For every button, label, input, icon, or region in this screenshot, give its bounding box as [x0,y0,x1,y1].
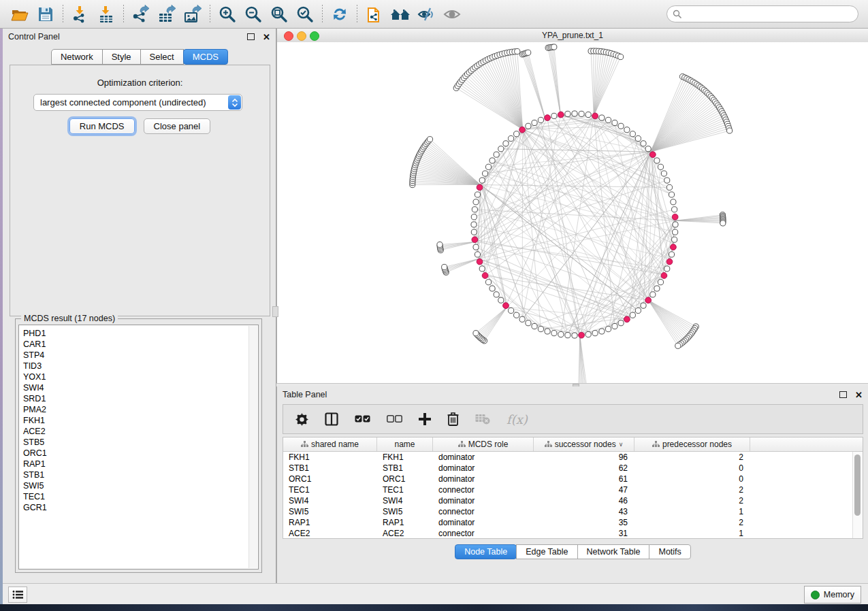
toolbar-separator [63,5,63,24]
table-row[interactable]: SWI5SWI5connector431 [283,506,863,517]
mcds-result-item[interactable]: FKH1 [19,415,258,426]
table-row[interactable]: RAP1RAP1dominator352 [283,517,863,528]
task-history-button[interactable] [8,587,27,603]
tab-node-table[interactable]: Node Table [455,544,517,559]
optimization-criterion-select[interactable]: largest connected component (undirected) [33,94,242,111]
table-panel-title: Table Panel [283,390,327,399]
table-row[interactable]: FKH1FKH1dominator962 [283,452,863,463]
close-panel-button[interactable]: Close panel [144,118,211,134]
table-scrollbar[interactable] [852,452,863,538]
table-row[interactable]: STB1STB1dominator620 [283,463,863,474]
hide-panel-icon[interactable] [413,3,439,26]
tab-motifs[interactable]: Motifs [649,544,690,559]
column-header-label: predecessor nodes [662,440,732,449]
tab-edge-table[interactable]: Edge Table [516,544,577,559]
column-namespace-icon [652,441,660,448]
deselect-all-icon[interactable] [387,415,402,423]
export-network-icon[interactable] [128,3,154,26]
float-table-panel-icon[interactable] [839,391,847,398]
select-all-icon[interactable] [355,415,370,423]
network-node [475,192,480,197]
tab-network[interactable]: Network [51,49,103,65]
window-zoom-icon[interactable] [310,31,319,41]
close-panel-icon[interactable]: ✕ [263,33,270,42]
run-mcds-button[interactable]: Run MCDS [69,118,135,134]
mcds-list-scrollbar[interactable] [248,326,257,568]
mcds-node [672,214,678,220]
control-panel-title: Control Panel [8,32,60,42]
network-node [669,192,674,197]
network-document-icon[interactable] [361,3,387,26]
memory-button[interactable]: Memory [804,586,861,604]
import-network-icon[interactable] [67,3,93,26]
window-close-icon[interactable] [284,31,293,41]
export-table-icon[interactable] [154,3,180,26]
network-canvas[interactable] [277,42,868,383]
tab-select[interactable]: Select [140,49,184,65]
show-columns-icon[interactable] [325,412,338,426]
tab-mcds[interactable]: MCDS [183,49,228,65]
network-node [514,312,519,318]
add-column-icon[interactable] [419,413,431,425]
table-row[interactable]: ORC1ORC1dominator610 [283,474,863,484]
mcds-node [472,237,478,243]
open-file-icon[interactable] [7,3,33,26]
mcds-result-item[interactable]: STP4 [19,350,258,361]
window-minimize-icon[interactable] [297,31,306,41]
network-node [532,323,537,329]
mcds-result-item[interactable]: RAP1 [19,459,258,469]
network-node [624,127,630,133]
status-bar: Memory [3,583,868,604]
tab-network-table[interactable]: Network Table [577,544,650,559]
export-image-icon[interactable] [180,3,206,26]
column-header-name[interactable]: name [377,437,433,451]
column-header-shared-name[interactable]: shared name [283,437,377,451]
import-table-icon[interactable] [93,3,119,26]
network-node [473,244,479,250]
mcds-result-item[interactable]: ACE2 [19,426,258,437]
mcds-result-item[interactable]: TEC1 [19,491,258,502]
mcds-result-item[interactable]: CAR1 [19,339,258,350]
refresh-layout-icon[interactable] [327,3,353,26]
mcds-node [545,115,551,121]
mcds-node [477,184,483,191]
zoom-out-icon[interactable] [240,3,266,26]
mcds-result-item[interactable]: STB5 [19,437,258,448]
mcds-result-item[interactable]: SRD1 [19,393,258,404]
float-panel-icon[interactable] [247,33,255,40]
close-table-panel-icon[interactable]: ✕ [855,391,863,399]
mcds-node [649,152,656,158]
save-session-icon[interactable] [33,3,59,26]
mcds-result-item[interactable]: STB1 [19,469,258,480]
network-window-titlebar[interactable]: YPA_prune.txt_1 [277,29,868,43]
search-input[interactable] [686,9,858,20]
mcds-result-item[interactable]: PHD1 [19,328,258,339]
column-header-predecessor-nodes[interactable]: predecessor nodes [634,437,750,451]
mcds-result-item[interactable]: TID3 [19,361,258,371]
column-header-successor-nodes[interactable]: successor nodes∨ [534,437,634,451]
vertical-splitter-handle[interactable] [272,306,278,317]
zoom-in-icon[interactable] [214,3,240,26]
network-node [720,220,726,226]
table-row[interactable]: SWI4SWI4dominator462 [283,495,863,506]
mcds-result-list[interactable]: PHD1CAR1STP4TID3YOX1SWI4SRD1PMA2FKH1ACE2… [18,325,259,569]
mcds-result-item[interactable]: PMA2 [19,404,258,415]
network-node [482,171,487,176]
table-settings-gear-icon[interactable] [295,413,308,426]
mcds-result-item[interactable]: GCR1 [19,502,258,513]
tab-style[interactable]: Style [102,49,141,65]
table-row[interactable]: TEC1TEC1connector472 [283,484,863,495]
mcds-result-item[interactable]: SWI5 [19,480,258,491]
zoom-selected-icon[interactable] [292,3,318,26]
show-eye-icon[interactable] [439,3,465,26]
table-scrollbar-thumb[interactable] [854,455,861,516]
mcds-result-item[interactable]: YOX1 [19,371,258,382]
delete-column-icon[interactable] [447,412,459,426]
home-icon[interactable] [387,3,413,26]
table-row[interactable]: ACE2ACE2connector311 [283,528,863,539]
mcds-result-item[interactable]: SWI4 [19,382,258,393]
zoom-fit-icon[interactable] [266,3,292,26]
column-header-MCDS-role[interactable]: MCDS role [433,437,534,451]
column-header-label: shared name [311,440,359,449]
mcds-result-item[interactable]: ORC1 [19,448,258,459]
